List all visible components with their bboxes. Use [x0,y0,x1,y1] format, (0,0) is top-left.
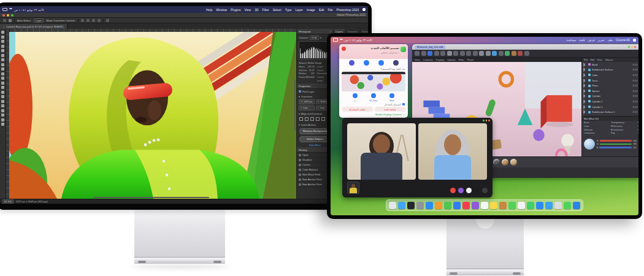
object-visibility-dots[interactable] [633,101,637,102]
frame-tool[interactable] [1,54,4,57]
expand-caret-icon[interactable] [583,89,587,93]
x-field[interactable]: X0 px [299,105,315,110]
brush-tool[interactable] [1,67,4,71]
checkbox-icon[interactable] [402,103,405,105]
menu-item[interactable]: عرض [588,39,595,42]
dock-notes[interactable] [490,202,497,209]
object-visibility-dots[interactable] [633,74,637,76]
end-call-button[interactable] [450,188,456,193]
menu-item[interactable]: Help [206,8,212,12]
marquee-tool[interactable] [1,36,4,39]
spline-pen-icon[interactable] [499,51,504,56]
type-tool[interactable] [1,104,4,107]
material-swatch[interactable] [502,159,508,166]
minimize-window-button[interactable] [7,14,9,17]
rgb-slider-row[interactable]: R 156 [597,140,637,142]
primitive-cube-icon[interactable] [492,51,497,56]
menu-item[interactable]: Plugins [231,8,240,12]
screenshare-button[interactable] [458,188,464,193]
facetime-self-view[interactable] [347,182,359,194]
close-window-button[interactable] [2,14,5,17]
dock-keynote[interactable] [453,202,461,209]
viewport-menu-item[interactable]: View [415,58,420,61]
window-control-dot[interactable] [483,120,485,121]
auto-select-value[interactable]: Layer [34,18,44,23]
align-center-v-icon[interactable] [321,117,325,121]
expand-caret-icon[interactable] [583,94,587,98]
dodge-tool[interactable] [1,95,4,98]
expand-caret-icon[interactable] [583,99,587,104]
audio-call-button[interactable] [378,60,384,66]
point-mode-icon[interactable] [460,51,465,56]
dock-app-store[interactable] [426,202,433,209]
dock-facetime[interactable] [564,202,571,209]
document-tab[interactable]: x Colorful Raincoat.psd @ 67.4% (Origina… [0,24,67,29]
save-action[interactable]: حفظ [389,93,395,102]
eyedropper-tool[interactable] [1,58,4,61]
histogram-panel-header[interactable]: Histogram ≡ [297,29,333,34]
menu-item[interactable]: تحرير [598,39,605,42]
redo-icon[interactable] [421,51,426,56]
coordinates-icon[interactable] [447,51,452,56]
material-channel[interactable]: Luminance [584,132,610,136]
expand-caret-icon[interactable] [583,79,587,83]
eraser-tool[interactable] [1,82,4,85]
volume-icon[interactable] [512,51,516,56]
rotate-tool-icon[interactable] [440,51,445,56]
window-control-dot[interactable] [488,120,490,121]
menu-item[interactable]: Filter [263,8,269,12]
render-view-icon[interactable] [479,51,484,56]
expand-caret-icon[interactable] [583,67,587,72]
remove-background-button[interactable]: Remove Background [299,128,331,134]
model-mode-icon[interactable] [453,51,458,56]
blur-tool[interactable] [1,91,4,94]
cinema4d-document-tab[interactable]: Elements_big_fish.c4d [415,45,445,49]
dock-messages[interactable] [508,202,516,209]
object-menu-item[interactable]: Objects [605,58,613,61]
tab-close-icon[interactable]: x [3,25,4,28]
auto-select-label[interactable]: Auto-Select: [17,19,31,22]
object-visibility-dots[interactable] [633,95,637,97]
width-field[interactable]: W5472 px [299,99,315,104]
panel-menu-icon[interactable]: ≡ [329,30,331,33]
field-icon[interactable] [524,51,529,56]
align-top-icon[interactable] [316,117,320,121]
object-visibility-dots[interactable] [633,64,637,66]
rectangle-tool[interactable] [1,113,4,117]
home-icon[interactable] [3,19,6,22]
expand-caret-icon[interactable] [583,73,587,77]
material-swatch[interactable] [510,159,517,166]
apple-menu-icon[interactable] [362,8,366,11]
share-action[interactable]: مشاركة [369,93,378,102]
object-visibility-dots[interactable] [633,80,637,82]
scale-tool-icon[interactable] [434,51,439,56]
mograph-icon[interactable] [505,51,510,56]
object-visibility-dots[interactable] [633,85,637,86]
info-button[interactable] [349,60,355,66]
pen-tool[interactable] [1,100,4,103]
dock-downloads-folder[interactable] [398,202,405,209]
object-menu-item[interactable]: View [597,58,602,61]
viewport-menu-item[interactable]: Cameras [423,58,433,61]
material-channel[interactable]: Fog [611,132,637,136]
menu-item[interactable]: Edit [319,8,324,12]
rgb-slider-row[interactable]: B 221 [597,147,637,149]
viewport-menu-item[interactable]: Filter [459,58,464,61]
dock-numbers[interactable] [444,202,451,209]
hand-tool[interactable] [1,118,4,121]
camera-button[interactable] [474,188,480,193]
dock-maps[interactable] [527,202,534,209]
object-selection-tool[interactable] [1,45,4,48]
dock-podcasts[interactable] [472,202,479,209]
dock-books[interactable] [499,202,507,209]
dock-music[interactable] [462,202,470,209]
material-editor-header[interactable]: Mat (Blue 01) [582,116,638,121]
more-options-icon[interactable] [106,19,109,22]
allow-interaction-row[interactable]: السماح بالتفاعل [339,102,408,107]
slider-track[interactable] [599,147,632,148]
dock-calendar[interactable] [481,202,488,209]
polygon-mode-icon[interactable] [473,51,478,56]
dynamics-icon[interactable] [518,51,523,56]
zoom-tool[interactable] [1,123,4,126]
history-brush-tool[interactable] [1,77,4,80]
